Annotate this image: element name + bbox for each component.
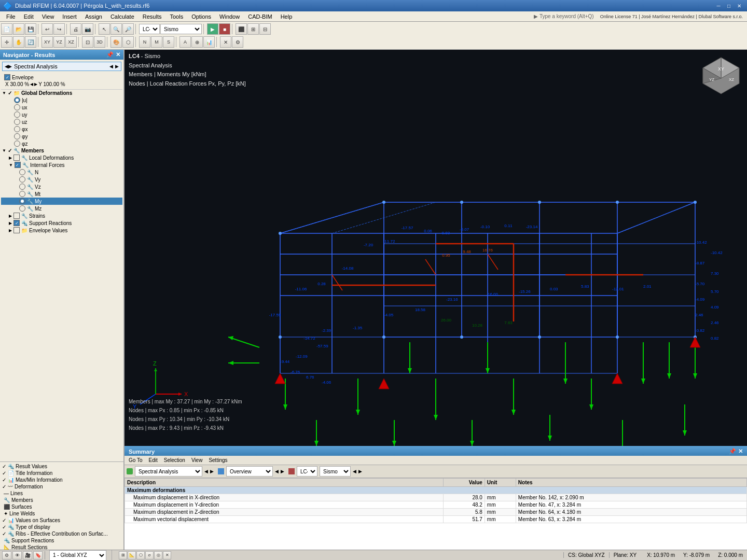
if-vy-radio[interactable] bbox=[19, 176, 25, 183]
def-uy-item[interactable]: uy bbox=[1, 111, 122, 118]
if-vz-radio[interactable] bbox=[19, 184, 25, 190]
nav-ribs[interactable]: ✓ 🔩 Ribs - Effective Contribution on Sur… bbox=[1, 530, 122, 537]
envelope-item[interactable]: ✓ Envelope bbox=[3, 74, 120, 81]
nav-deformation[interactable]: ✓ 〰 Deformation bbox=[1, 483, 122, 490]
tb2-side[interactable]: YZ bbox=[53, 36, 65, 48]
expand-arrow[interactable]: ▼ bbox=[2, 91, 6, 95]
load-case-dropdown[interactable]: LC4 bbox=[139, 24, 160, 34]
tb2-surfaces[interactable]: S bbox=[163, 36, 174, 48]
summary-arrow-left[interactable]: ◀ bbox=[204, 469, 208, 474]
tb-view-3[interactable]: ⊟ bbox=[259, 23, 271, 35]
minimize-button[interactable]: ─ bbox=[714, 1, 723, 10]
if-my-item[interactable]: 🔧 My bbox=[1, 198, 122, 205]
summary-close-button[interactable]: ✕ bbox=[738, 448, 743, 455]
type-display-checkbox[interactable]: ✓ bbox=[2, 524, 6, 530]
table-row[interactable]: Maximum displacement in X-direction 28.0… bbox=[125, 494, 747, 501]
tb2-render[interactable]: 🎨 bbox=[110, 36, 122, 48]
local-def-item[interactable]: ▶ 🔧 Local Deformations bbox=[1, 154, 122, 161]
title-information-checkbox[interactable]: ✓ bbox=[2, 470, 6, 476]
close-button[interactable]: ✕ bbox=[735, 1, 744, 10]
nav-line-welds[interactable]: ✦ Line Welds bbox=[1, 510, 122, 517]
def-phix-radio[interactable] bbox=[14, 126, 20, 132]
status-icon-3[interactable]: 🎥 bbox=[23, 551, 32, 559]
summary-pin-button[interactable]: 📌 bbox=[729, 448, 736, 455]
sum-selection[interactable]: Selection bbox=[162, 457, 187, 464]
sismo-dropdown[interactable]: Sismo bbox=[160, 24, 202, 34]
if-mz-item[interactable]: 🔧 Mz bbox=[1, 205, 122, 212]
summary-sismo-dropdown[interactable]: Sismo bbox=[320, 466, 351, 477]
summary-sismo-arrow-left[interactable]: ◀ bbox=[353, 469, 356, 474]
def-uy-radio[interactable] bbox=[14, 111, 20, 118]
def-phiz-item[interactable]: φz bbox=[1, 140, 122, 147]
st-btn-5[interactable]: ◎ bbox=[154, 551, 162, 559]
int-forces-checkbox[interactable]: ✓ bbox=[15, 162, 21, 168]
strains-item[interactable]: ▶ 🔧 Strains bbox=[1, 212, 122, 219]
tb2-nodes[interactable]: N bbox=[139, 36, 150, 48]
tb-print[interactable]: 🖨 bbox=[70, 23, 81, 35]
int-forces-expand[interactable]: ▼ bbox=[9, 163, 13, 167]
menu-edit[interactable]: Edit bbox=[20, 12, 38, 21]
envelope-values-checkbox[interactable] bbox=[13, 227, 20, 233]
support-reactions-checkbox[interactable]: ✓ bbox=[13, 220, 20, 226]
tb-new[interactable]: 📄 bbox=[1, 23, 12, 35]
keyword-search[interactable]: ▶ Type a keyword (Alt+Q) bbox=[530, 13, 598, 19]
summary-arrow-right[interactable]: ▶ bbox=[210, 469, 214, 474]
nav-arrow-right2[interactable]: ▶ bbox=[34, 82, 37, 87]
summary-sismo-arrow-right[interactable]: ▶ bbox=[358, 469, 362, 474]
def-ux-radio[interactable] bbox=[14, 104, 20, 110]
def-abs-radio[interactable] bbox=[14, 97, 20, 103]
global-deformations-header[interactable]: ▼ ✓ 📁 Global Deformations bbox=[1, 90, 122, 96]
members-expand[interactable]: ▼ bbox=[2, 148, 6, 153]
maxmin-checkbox[interactable]: ✓ bbox=[2, 477, 6, 483]
menu-view[interactable]: View bbox=[38, 12, 59, 21]
nav-close-button[interactable]: ✕ bbox=[116, 51, 120, 58]
menu-calculate[interactable]: Calculate bbox=[106, 12, 139, 21]
result-values-checkbox[interactable]: ✓ bbox=[2, 464, 6, 469]
menu-results[interactable]: Results bbox=[139, 12, 166, 21]
tb2-pan[interactable]: ✋ bbox=[13, 36, 24, 48]
sum-edit[interactable]: Edit bbox=[147, 457, 160, 464]
support-reactions-expand[interactable]: ▶ bbox=[9, 221, 12, 226]
tb-view-1[interactable]: ⬛ bbox=[236, 23, 247, 35]
tb2-labels[interactable]: A bbox=[179, 36, 191, 48]
internal-forces-item[interactable]: ▼ ✓ 🔧 Internal Forces bbox=[1, 161, 122, 169]
tb2-fit[interactable]: ⊡ bbox=[82, 36, 93, 48]
summary-spectral-dropdown[interactable]: Spectral Analysis bbox=[135, 466, 202, 477]
deformation-checkbox[interactable]: ✓ bbox=[2, 484, 6, 489]
menu-window[interactable]: Window bbox=[215, 12, 244, 21]
members-header[interactable]: ▼ ✓ 🔧 Members bbox=[1, 147, 122, 154]
local-def-expand[interactable]: ▶ bbox=[9, 156, 12, 160]
menu-options[interactable]: Options bbox=[187, 12, 215, 21]
st-btn-4[interactable]: σ bbox=[145, 551, 154, 559]
status-icon-4[interactable]: 🔖 bbox=[33, 551, 43, 559]
sum-settings[interactable]: Settings bbox=[206, 457, 229, 464]
tb2-front[interactable]: XY bbox=[42, 36, 53, 48]
tb2-wire[interactable]: ⬡ bbox=[122, 36, 134, 48]
nav-spectral-analysis[interactable]: ◀▶ Spectral Analysis ◀ ▶ bbox=[2, 62, 121, 71]
nav-arrow-left2[interactable]: ◀ bbox=[30, 82, 33, 87]
nav-result-values[interactable]: ✓ 🔩 Result Values bbox=[1, 463, 122, 470]
tb2-loads[interactable]: ⊕ bbox=[191, 36, 203, 48]
if-my-radio[interactable] bbox=[19, 198, 25, 204]
nav-cube[interactable]: XY YZ XZ bbox=[700, 55, 742, 96]
nav-type-of-display[interactable]: ✓ 🔩 Type of display bbox=[1, 524, 122, 530]
ribs-checkbox[interactable]: ✓ bbox=[2, 531, 6, 537]
if-vy-item[interactable]: 🔧 Vy bbox=[1, 176, 122, 183]
nav-maxmin-information[interactable]: ✓ 📊 Max/Min Information bbox=[1, 477, 122, 483]
st-btn-6[interactable]: ✕ bbox=[163, 551, 171, 559]
tb-save[interactable]: 💾 bbox=[25, 23, 36, 35]
nav-lines[interactable]: — Lines bbox=[1, 490, 122, 497]
summary-lc-dropdown[interactable]: LC4 bbox=[297, 466, 317, 477]
def-phiy-item[interactable]: φy bbox=[1, 133, 122, 140]
strains-checkbox[interactable] bbox=[13, 213, 20, 219]
table-row[interactable]: Maximum vectorial displacement 51.7 mm M… bbox=[125, 516, 747, 523]
def-phiz-radio[interactable] bbox=[14, 141, 20, 147]
tb-stop[interactable]: ■ bbox=[219, 23, 230, 35]
tb2-3d[interactable]: 3D bbox=[94, 36, 105, 48]
local-def-checkbox[interactable] bbox=[13, 155, 20, 161]
tb-screenshot[interactable]: 📷 bbox=[82, 23, 93, 35]
tb-open[interactable]: 📂 bbox=[13, 23, 24, 35]
tb2-delete[interactable]: ✕ bbox=[220, 36, 231, 48]
envelope-checkbox[interactable]: ✓ bbox=[4, 74, 10, 80]
values-surfaces-checkbox[interactable]: ✓ bbox=[2, 517, 6, 523]
